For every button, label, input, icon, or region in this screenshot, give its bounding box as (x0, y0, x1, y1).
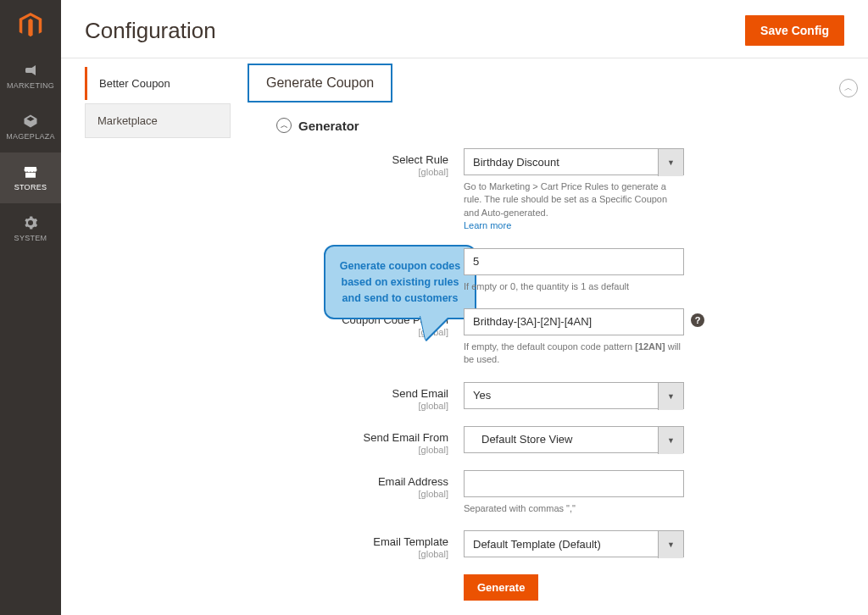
chevron-down-icon: ▼ (658, 531, 683, 558)
help-qty: If empty or 0, the quantity is 1 as defa… (464, 280, 684, 293)
section-title-highlight: Generate Coupon (248, 64, 392, 102)
chevron-down-icon: ▼ (658, 427, 683, 454)
callout-bubble: Generate coupon codes based on existing … (324, 245, 476, 319)
config-tabs: Better Coupon Marketplace (61, 58, 231, 615)
nav-label: MAGEPLAZA (6, 132, 55, 141)
tab-better-coupon[interactable]: Better Coupon (85, 67, 231, 100)
stores-icon (22, 164, 39, 180)
chevron-down-icon: ▼ (658, 149, 683, 176)
page-title: Configuration (85, 18, 216, 44)
nav-label: MARKETING (7, 81, 54, 90)
learn-more-link[interactable]: Learn more (464, 220, 511, 230)
magento-logo[interactable] (0, 0, 61, 51)
select-value: Yes (473, 389, 491, 402)
qty-input[interactable] (464, 248, 684, 275)
select-value: Default Template (Default) (473, 538, 601, 551)
nav-marketing[interactable]: MARKETING (0, 51, 61, 102)
select-value: Birthday Discount (473, 156, 559, 169)
config-body: Generate Coupon ︿ ︿ Generator Generate c… (231, 58, 868, 615)
magento-logo-icon (18, 13, 43, 38)
callout-tail-icon (420, 316, 449, 340)
label-send-email: Send Email [global] (248, 382, 464, 411)
label-email-address: Email Address [global] (248, 470, 464, 499)
mageplaza-icon (22, 114, 39, 129)
collapse-section-button[interactable]: ︿ (839, 79, 858, 97)
chevron-down-icon: ▼ (658, 383, 683, 410)
save-config-button[interactable]: Save Config (745, 15, 844, 46)
label-email-template: Email Template [global] (248, 530, 464, 559)
generate-button[interactable]: Generate (464, 574, 538, 601)
help-select-rule: Go to Marketing > Cart Price Rules to ge… (464, 180, 684, 233)
nav-label: SYSTEM (14, 234, 47, 242)
nav-label: STORES (14, 183, 47, 191)
subsection-label: Generator (298, 119, 359, 133)
subsection-generator[interactable]: ︿ Generator (276, 118, 848, 133)
send-from-dropdown[interactable]: Default Store View ▼ (464, 426, 684, 453)
chevron-up-icon: ︿ (276, 118, 292, 133)
email-template-dropdown[interactable]: Default Template (Default) ▼ (464, 530, 684, 557)
chevron-up-icon: ︿ (844, 82, 853, 94)
main-content: Configuration Save Config Better Coupon … (61, 0, 868, 615)
help-pattern: If empty, the default coupon code patter… (464, 341, 684, 367)
section-title: Generate Coupon (266, 75, 374, 90)
tab-marketplace[interactable]: Marketplace (85, 103, 231, 138)
help-icon[interactable]: ? (691, 313, 704, 327)
send-email-dropdown[interactable]: Yes ▼ (464, 382, 684, 409)
select-rule-dropdown[interactable]: Birthday Discount ▼ (464, 148, 684, 175)
select-value: Default Store View (473, 433, 572, 446)
label-send-from: Send Email From [global] (248, 426, 464, 455)
email-address-input[interactable] (464, 470, 684, 497)
nav-stores[interactable]: STORES (0, 152, 61, 203)
help-email-address: Separated with commas "," (464, 502, 684, 515)
nav-mageplaza[interactable]: MAGEPLAZA (0, 102, 61, 152)
admin-sidebar: MARKETING MAGEPLAZA STORES SYSTEM (0, 0, 61, 615)
pattern-input[interactable] (464, 308, 684, 335)
callout-text: Generate coupon codes based on existing … (340, 260, 460, 304)
page-header: Configuration Save Config (61, 0, 868, 58)
megaphone-icon (22, 63, 39, 78)
gear-icon (22, 215, 39, 230)
label-select-rule: Select Rule [global] (248, 148, 464, 177)
nav-system[interactable]: SYSTEM (0, 203, 61, 254)
